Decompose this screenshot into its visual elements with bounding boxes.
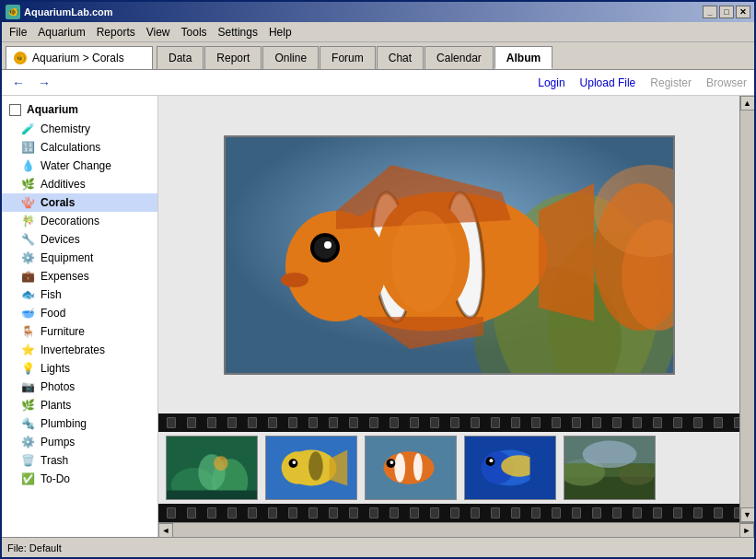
maximize-button[interactable]: □ — [719, 6, 734, 18]
breadcrumb-icon: 🐠 — [14, 52, 27, 64]
film-hole — [390, 507, 399, 518]
svg-point-34 — [292, 460, 296, 464]
scroll-right-button[interactable]: ► — [739, 523, 754, 538]
svg-point-40 — [413, 453, 423, 480]
sidebar-checkbox[interactable] — [9, 104, 21, 116]
sidebar-item-lights[interactable]: 💡Lights — [2, 359, 157, 378]
menu-file[interactable]: File — [4, 24, 32, 41]
sidebar-item-label: To-Do — [41, 472, 70, 485]
sidebar-item-label: Expenses — [41, 270, 89, 283]
film-hole — [633, 507, 642, 518]
back-button[interactable]: ← — [9, 74, 28, 92]
film-hole — [268, 507, 277, 518]
film-hole — [592, 417, 601, 428]
film-hole — [572, 417, 581, 428]
tab-album[interactable]: Album — [494, 46, 552, 69]
upload-file-link[interactable]: Upload File — [580, 76, 636, 89]
close-button[interactable]: ✕ — [736, 6, 750, 18]
film-hole — [349, 417, 358, 428]
sidebar-item-to-do[interactable]: ✅To-Do — [2, 470, 157, 488]
film-hole — [531, 417, 541, 428]
sidebar-item-chemistry[interactable]: 🧪Chemistry — [2, 120, 157, 138]
svg-rect-28 — [167, 491, 257, 500]
sidebar-item-pumps[interactable]: ⚙️Pumps — [2, 433, 157, 451]
film-hole — [308, 507, 318, 518]
scroll-up-button[interactable]: ▲ — [740, 96, 755, 111]
sidebar-item-plants[interactable]: 🌿Plants — [2, 396, 157, 414]
thumbnail-1[interactable] — [166, 436, 258, 500]
sidebar-item-food[interactable]: 🥣Food — [2, 304, 157, 322]
expenses-icon: 💼 — [20, 269, 35, 284]
menu-tools[interactable]: Tools — [176, 24, 213, 41]
filmstrip-bar-top — [158, 413, 739, 432]
film-hole — [369, 507, 378, 518]
film-hole — [167, 507, 176, 518]
menu-reports[interactable]: Reports — [91, 24, 141, 41]
menu-settings[interactable]: Settings — [213, 24, 263, 41]
thumbnail-strip[interactable] — [158, 432, 739, 504]
menu-view[interactable]: View — [141, 24, 176, 41]
forward-button[interactable]: → — [35, 74, 53, 92]
sidebar-item-fish[interactable]: 🐟Fish — [2, 285, 157, 304]
sidebar-item-devices[interactable]: 🔧Devices — [2, 230, 157, 249]
devices-icon: 🔧 — [20, 232, 35, 247]
scroll-left-button[interactable]: ◄ — [158, 523, 173, 538]
vertical-scrollbar[interactable]: ▲ ▼ — [739, 96, 754, 522]
sidebar-item-additives[interactable]: 🌿Additives — [2, 175, 157, 193]
film-hole — [207, 507, 216, 518]
horizontal-scrollbar[interactable]: ◄ ► — [158, 522, 754, 537]
scroll-down-button[interactable]: ▼ — [740, 507, 755, 522]
plumbing-icon: 🔩 — [20, 416, 35, 431]
thumbnail-2[interactable] — [265, 436, 357, 500]
app-icon: 🐠 — [6, 5, 20, 19]
sidebar-item-expenses[interactable]: 💼Expenses — [2, 267, 157, 285]
menu-aquarium[interactable]: Aquarium — [32, 24, 90, 41]
sidebar-item-furniture[interactable]: 🪑Furniture — [2, 322, 157, 341]
film-hole — [592, 507, 601, 518]
sidebar-header[interactable]: Aquarium — [2, 99, 157, 120]
sidebar-item-label: Photos — [41, 380, 75, 393]
thumbnail-3[interactable] — [365, 436, 457, 500]
film-hole — [612, 417, 622, 428]
menu-help[interactable]: Help — [263, 24, 297, 41]
thumbnail-4[interactable] — [464, 436, 556, 500]
tab-online[interactable]: Online — [262, 46, 319, 69]
svg-point-36 — [308, 451, 323, 480]
main-photo[interactable] — [224, 135, 675, 375]
sidebar-item-equipment[interactable]: ⚙️Equipment — [2, 249, 157, 267]
film-hole — [491, 417, 500, 428]
film-hole — [227, 507, 237, 518]
film-hole — [471, 417, 480, 428]
tab-data[interactable]: Data — [157, 46, 204, 69]
scroll-h-track[interactable] — [173, 523, 739, 537]
sidebar-item-label: Plumbing — [41, 417, 87, 430]
sidebar-item-decorations[interactable]: 🎋Decorations — [2, 212, 157, 230]
main-image-area — [158, 96, 739, 413]
sidebar-item-corals[interactable]: 🪸Corals — [2, 193, 157, 212]
plants-icon: 🌿 — [20, 398, 35, 413]
content-panel — [158, 96, 739, 522]
minimize-button[interactable]: _ — [703, 6, 717, 18]
sidebar-item-label: Furniture — [41, 325, 85, 338]
tab-chat[interactable]: Chat — [377, 46, 424, 69]
sidebar-item-water-change[interactable]: 💧Water Change — [2, 157, 157, 175]
sidebar-item-invertebrates[interactable]: ⭐Invertebrates — [2, 341, 157, 359]
thumbnail-5[interactable] — [564, 436, 656, 500]
sidebar-item-photos[interactable]: 📷Photos — [2, 378, 157, 396]
tab-bar: 🐠 Aquarium > Corals Data Report Online F… — [2, 42, 754, 70]
film-hole — [430, 417, 439, 428]
status-bar: File: Default — [2, 537, 754, 557]
title-bar: 🐠 AquariumLab.com _ □ ✕ — [2, 2, 754, 22]
film-hole — [491, 507, 500, 518]
tab-report[interactable]: Report — [204, 46, 262, 69]
login-link[interactable]: Login — [538, 76, 564, 89]
sidebar-item-trash[interactable]: 🗑️Trash — [2, 451, 157, 470]
tab-forum[interactable]: Forum — [320, 46, 376, 69]
sidebar-item-calculations[interactable]: 🔢Calculations — [2, 138, 157, 157]
film-hole — [572, 507, 581, 518]
sidebar-item-plumbing[interactable]: 🔩Plumbing — [2, 414, 157, 433]
tab-calendar[interactable]: Calendar — [425, 46, 494, 69]
film-hole — [693, 417, 703, 428]
scroll-track[interactable] — [740, 111, 754, 507]
film-hole — [410, 507, 419, 518]
